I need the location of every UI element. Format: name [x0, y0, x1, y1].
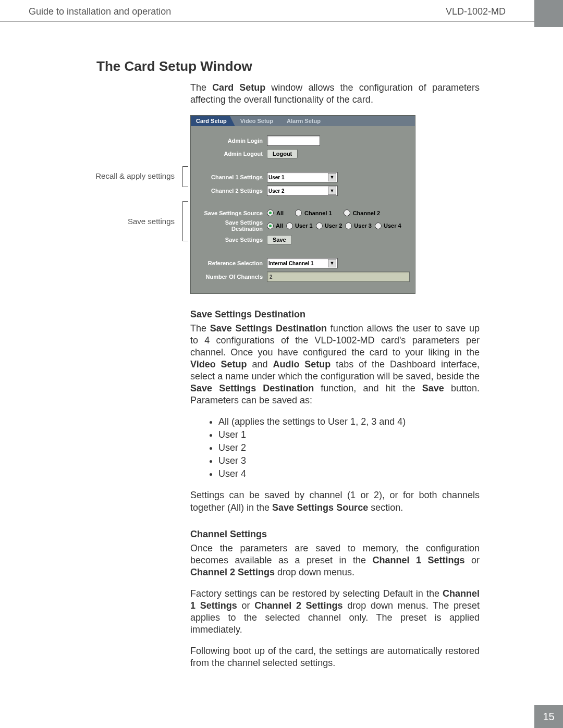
- admin-login-input[interactable]: [267, 135, 320, 146]
- chevron-down-icon: ▼: [328, 173, 336, 181]
- cs-paragraph-2: Factory settings can be restored by sele…: [190, 588, 480, 636]
- radio-source-ch2[interactable]: [344, 209, 350, 216]
- list-item: User 2: [218, 442, 480, 454]
- list-item: All (applies the settings to User 1, 2, …: [218, 416, 480, 428]
- intro-paragraph: The Card Setup window allows the configu…: [190, 82, 480, 106]
- bracket-recall: [182, 166, 188, 187]
- ref-sel-label: Reference Selection: [196, 260, 267, 266]
- ch1-settings-label: Channel 1 Settings: [196, 174, 267, 180]
- ref-sel-select[interactable]: Internal Channel 1▼: [267, 258, 338, 268]
- radio-dest-u1[interactable]: [286, 223, 293, 229]
- radio-source-ch1[interactable]: [295, 209, 302, 216]
- radio-dest-u4[interactable]: [375, 223, 382, 229]
- ch1-settings-select[interactable]: User 1▼: [267, 172, 338, 182]
- cs-paragraph-3: Following boot up of the card, the setti…: [190, 645, 480, 669]
- ssd-paragraph-2: Settings can be saved by channel (1 or 2…: [190, 489, 480, 513]
- ssd-paragraph-1: The Save Settings Destination function a…: [190, 323, 480, 406]
- header-right: VLD-1002-MD: [446, 6, 506, 17]
- ch2-settings-label: Channel 2 Settings: [196, 188, 267, 194]
- page-header: Guide to installation and operation VLD-…: [0, 0, 563, 22]
- tab-bar: Card Setup Video Setup Alarm Setup: [191, 116, 415, 126]
- ch2-settings-select[interactable]: User 2▼: [267, 186, 338, 196]
- section-title: The Card Setup Window: [96, 58, 480, 75]
- ssd-heading: Save Settings Destination: [190, 309, 480, 320]
- logout-button[interactable]: Logout: [267, 149, 298, 158]
- tab-alarm-setup[interactable]: Alarm Setup: [282, 116, 329, 126]
- chevron-down-icon: ▼: [328, 259, 336, 267]
- admin-login-label: Admin Login: [196, 138, 267, 144]
- save-source-label: Save Settings Source: [196, 210, 267, 216]
- callout-save: Save settings: [120, 217, 175, 226]
- save-button[interactable]: Save: [267, 235, 292, 244]
- radio-dest-u2[interactable]: [316, 223, 323, 229]
- num-ch-field: 2: [267, 272, 410, 282]
- save-dest-label: Save Settings Destination: [196, 219, 267, 232]
- radio-dest-u3[interactable]: [345, 223, 352, 229]
- cs-heading: Channel Settings: [190, 528, 480, 540]
- radio-source-all[interactable]: [267, 209, 274, 216]
- save-settings-label: Save Settings: [196, 237, 267, 243]
- list-item: User 1: [218, 429, 480, 441]
- tab-card-setup[interactable]: Card Setup: [191, 116, 235, 126]
- card-setup-panel: Card Setup Video Setup Alarm Setup Admin…: [190, 115, 415, 294]
- num-ch-label: Number Of Channels: [196, 274, 267, 280]
- cs-paragraph-1: Once the parameters are saved to memory,…: [190, 542, 480, 578]
- bracket-save: [182, 201, 188, 241]
- admin-logout-label: Admin Logout: [196, 151, 267, 157]
- header-left: Guide to installation and operation: [29, 6, 171, 17]
- ssd-options-list: All (applies the settings to User 1, 2, …: [218, 416, 480, 480]
- radio-dest-all[interactable]: [267, 223, 274, 229]
- tab-video-setup[interactable]: Video Setup: [235, 116, 282, 126]
- chevron-down-icon: ▼: [328, 187, 336, 195]
- page-number: 15: [534, 705, 563, 728]
- list-item: User 3: [218, 455, 480, 467]
- callout-recall: Recall & apply settings: [94, 171, 175, 180]
- list-item: User 4: [218, 468, 480, 480]
